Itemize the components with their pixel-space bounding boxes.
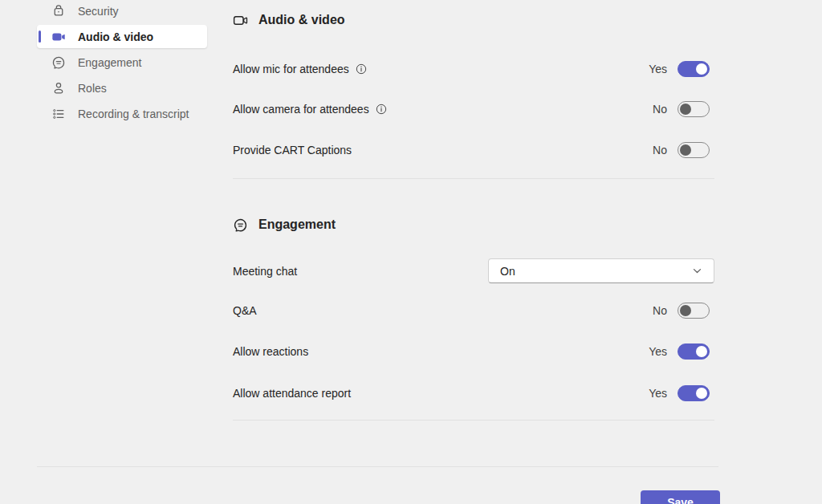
toggle-knob xyxy=(680,144,691,156)
sidebar-item-label: Recording & transcript xyxy=(78,108,189,120)
save-button[interactable]: Save xyxy=(641,490,720,504)
sidebar-item-security[interactable]: Security xyxy=(0,0,217,24)
allow-mic-toggle[interactable] xyxy=(678,61,710,77)
toggle-state-label: Yes xyxy=(649,345,667,358)
toggle-state-label: No xyxy=(653,304,667,317)
toggle-knob xyxy=(680,104,691,115)
setting-label: Allow reactions xyxy=(233,345,308,358)
setting-row-allow-camera: Allow camera for attendees No xyxy=(233,98,710,120)
setting-row-attendance-report: Allow attendance report Yes xyxy=(233,382,710,404)
section-title: Engagement xyxy=(258,217,336,232)
toggle-state-label: Yes xyxy=(649,387,667,400)
selected-item-indicator xyxy=(39,30,41,43)
setting-label: Meeting chat xyxy=(233,265,297,278)
toggle-knob xyxy=(696,346,707,357)
sidebar-item-label: Security xyxy=(78,5,119,18)
section-divider xyxy=(233,420,714,421)
video-camera-icon xyxy=(233,13,248,28)
section-divider xyxy=(233,178,714,179)
sidebar-item-engagement[interactable]: Engagement xyxy=(0,50,217,75)
section-title: Audio & video xyxy=(258,13,345,27)
meeting-options-page: Security Audio & video Engagement Roles xyxy=(0,0,822,504)
person-icon xyxy=(51,81,66,96)
sidebar-item-audio-video[interactable]: Audio & video xyxy=(0,24,217,50)
toggle-knob xyxy=(696,388,707,399)
setting-label: Provide CART Captions xyxy=(233,144,352,156)
setting-row-meeting-chat: Meeting chat On xyxy=(233,258,714,283)
sidebar-item-recording-transcript[interactable]: Recording & transcript xyxy=(0,101,217,127)
setting-row-cart-captions: Provide CART Captions No xyxy=(233,139,710,161)
attendance-report-toggle[interactable] xyxy=(678,385,710,401)
sidebar-item-roles[interactable]: Roles xyxy=(0,75,217,101)
allow-camera-toggle[interactable] xyxy=(678,101,710,117)
setting-row-allow-reactions: Allow reactions Yes xyxy=(233,340,710,363)
qa-toggle[interactable] xyxy=(678,303,710,319)
setting-label: Allow camera for attendees xyxy=(233,103,369,116)
toggle-state-label: Yes xyxy=(649,63,667,75)
section-header-audio-video: Audio & video xyxy=(233,9,345,31)
info-icon[interactable] xyxy=(375,103,388,116)
toggle-knob xyxy=(696,63,707,75)
sidebar-item-label: Engagement xyxy=(78,56,141,69)
cart-captions-toggle[interactable] xyxy=(678,142,710,158)
lock-icon xyxy=(51,4,66,18)
sidebar-item-label: Audio & video xyxy=(78,30,153,43)
dropdown-selected-value: On xyxy=(500,265,515,278)
toggle-state-label: No xyxy=(653,144,667,156)
setting-row-allow-mic: Allow mic for attendees Yes xyxy=(233,58,710,80)
bulleted-list-icon xyxy=(51,107,66,121)
allow-reactions-toggle[interactable] xyxy=(678,343,710,360)
toggle-state-label: No xyxy=(653,103,667,116)
info-icon[interactable] xyxy=(355,63,368,75)
meeting-chat-dropdown[interactable]: On xyxy=(488,258,714,283)
chat-bubble-icon xyxy=(51,55,66,70)
setting-label: Allow mic for attendees xyxy=(233,63,349,75)
sidebar: Security Audio & video Engagement Roles xyxy=(0,0,217,127)
setting-row-qa: Q&A No xyxy=(233,299,710,322)
setting-label: Allow attendance report xyxy=(233,387,351,400)
toggle-knob xyxy=(680,305,691,316)
sidebar-item-label: Roles xyxy=(78,82,107,95)
setting-label: Q&A xyxy=(233,304,257,317)
chat-bubble-icon xyxy=(233,217,248,233)
footer-divider xyxy=(37,466,718,467)
chevron-down-icon xyxy=(690,264,704,278)
section-header-engagement: Engagement xyxy=(233,213,336,236)
video-camera-icon xyxy=(51,30,66,44)
